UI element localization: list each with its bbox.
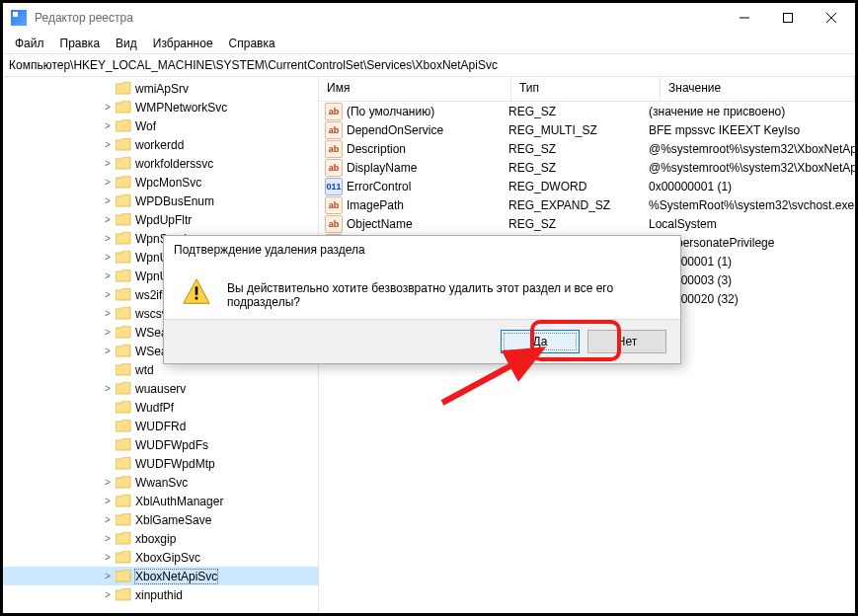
tree-item-label: WPDBusEnum [135,194,214,208]
svg-rect-6 [195,297,198,300]
expand-icon[interactable]: > [102,252,114,263]
no-button[interactable]: Нет [587,330,666,353]
tree-item-label: xinputhid [135,588,183,602]
tree-item[interactable]: >xinputhid [3,585,318,604]
list-row[interactable]: abImagePathREG_EXPAND_SZ%SystemRoot%\sys… [319,195,855,214]
expand-icon[interactable]: > [102,214,114,225]
list-row[interactable]: ab(По умолчанию)REG_SZ(значение не присв… [319,102,855,120]
tree-item[interactable]: WUDFRd [3,417,318,435]
folder-icon [116,495,131,507]
expand-icon[interactable]: > [102,233,114,244]
row-type: REG_SZ [501,217,641,231]
minimize-button[interactable] [723,4,766,32]
folder-icon [116,588,131,601]
col-name[interactable]: Имя [319,77,511,101]
expand-icon[interactable]: > [102,589,114,600]
tree-item-label: Wof [135,119,156,133]
expand-icon[interactable]: > [102,571,114,581]
warning-icon [182,277,211,307]
expand-icon[interactable]: > [102,177,114,188]
folder-icon [116,176,131,189]
folder-icon [116,232,131,245]
address-bar[interactable]: Компьютер\HKEY_LOCAL_MACHINE\SYSTEM\Curr… [3,54,855,77]
expand-icon[interactable]: > [102,514,114,525]
tree-item[interactable]: >wuauserv [3,379,318,398]
expand-icon[interactable]: > [102,496,114,506]
expand-icon[interactable]: > [102,533,114,544]
tree-item[interactable]: >WpdUpFltr [3,210,318,229]
tree-item[interactable]: >XblAuthManager [3,492,318,510]
tree-item[interactable]: >XblGameSave [3,510,318,529]
row-value: %SystemRoot%\system32\svchost.exe -k [641,198,855,212]
yes-button[interactable]: Да [501,330,580,353]
col-value[interactable]: Значение [661,77,855,101]
list-row[interactable]: abObjectNameREG_SZLocalSystem [319,214,855,233]
row-type: REG_SZ [501,105,641,118]
list-row[interactable]: abDependOnServiceREG_MULTI_SZBFE mpssvc … [319,120,855,139]
tree-item[interactable]: >WPDBusEnum [3,192,318,210]
expand-icon[interactable]: > [102,308,114,319]
tree-item-label: wuauserv [135,382,186,396]
confirm-dialog: Подтверждение удаления раздела Вы действ… [163,235,681,364]
expand-icon[interactable]: > [102,383,114,394]
tree-item[interactable]: WUDFWpdFs [3,435,318,454]
expand-icon[interactable]: > [102,552,114,563]
folder-icon [116,438,131,451]
tree-item[interactable]: WUDFWpdMtp [3,454,318,473]
list-row[interactable]: 011ErrorControlREG_DWORD0x00000001 (1) [319,177,855,195]
value-icon: 011 [325,178,343,195]
expand-icon[interactable]: > [102,102,114,113]
tree-item[interactable]: >WMPNetworkSvc [3,98,318,116]
regedit-icon [11,10,27,26]
list-row[interactable]: abDisplayNameREG_SZ@%systemroot%\system3… [319,158,855,177]
expand-icon[interactable]: > [102,195,114,206]
col-type[interactable]: Тип [511,77,661,101]
expand-icon[interactable]: > [102,327,114,338]
tree-item[interactable]: >Wof [3,116,318,135]
row-name: (По умолчанию) [347,105,434,118]
tree-item[interactable]: >xboxgip [3,529,318,548]
tree-item[interactable]: >WpcMonSvc [3,173,318,192]
tree-item[interactable]: WudfPf [3,398,318,417]
expand-icon[interactable]: > [102,139,114,150]
menu-view[interactable]: Вид [108,35,145,52]
folder-icon [116,570,131,582]
tree-item[interactable]: >workfolderssvc [3,154,318,173]
row-value: BFE mpssvc IKEEXT KeyIso [641,123,855,137]
expand-icon[interactable]: > [102,477,114,488]
tree-item-label: wtd [135,363,154,377]
row-value: LocalSystem [641,217,855,231]
expand-icon[interactable]: > [102,270,114,281]
maximize-button[interactable] [766,4,810,32]
menu-help[interactable]: Справка [221,35,283,52]
row-name: DisplayName [347,161,417,175]
row-value: @%systemroot%\system32\XboxNetApiSvc.dll… [641,142,855,156]
row-name: ObjectName [347,217,413,231]
tree-item[interactable]: >XboxNetApiSvc [3,567,318,585]
menu-file[interactable]: Файл [7,35,52,52]
close-button[interactable] [810,4,853,32]
row-type: REG_SZ [501,161,641,175]
expand-icon[interactable]: > [102,346,114,356]
tree-item-label: WwanSvc [135,476,188,490]
folder-icon [116,119,131,132]
dialog-message: Вы действительно хотите безвозвратно уда… [227,277,663,309]
expand-icon[interactable]: > [102,158,114,169]
menu-edit[interactable]: Правка [52,35,109,52]
folder-icon [116,345,131,357]
menu-favorites[interactable]: Избранное [145,35,221,52]
expand-icon[interactable]: > [102,289,114,300]
tree-item[interactable]: >XboxGipSvc [3,548,318,567]
tree-item[interactable]: >workerdd [3,135,318,154]
list-row[interactable]: abDescriptionREG_SZ@%systemroot%\system3… [319,139,855,158]
tree-item-label: WUDFRd [135,420,186,433]
tree-item-label: XblAuthManager [135,495,223,508]
tree-item-label: WpcMonSvc [135,176,201,190]
row-name: Description [347,142,406,156]
tree-item-label: workfolderssvc [135,157,213,171]
tree-item[interactable]: >WwanSvc [3,473,318,492]
folder-icon [116,270,131,282]
expand-icon[interactable]: > [102,120,114,131]
value-icon: ab [325,121,343,139]
tree-item[interactable]: wmiApSrv [3,79,318,98]
